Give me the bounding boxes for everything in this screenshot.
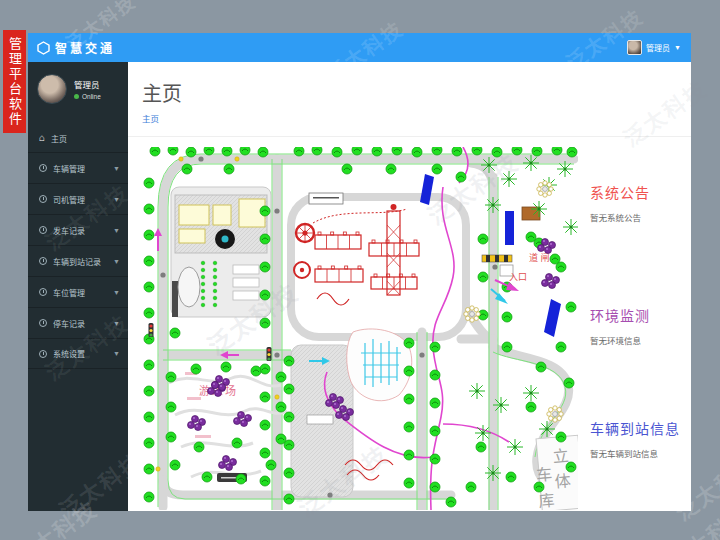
sidebar-item-arrival-records[interactable]: 车辆到站记录 ▼ [28,245,128,276]
label-gate: 道 闸 [529,252,550,263]
sidebar-user-name: 管理员 [74,78,101,90]
panel-empty-text: 暂无环境信息 [590,334,690,346]
panel-empty-text: 暂无车辆到站信息 [590,447,690,459]
breadcrumb[interactable]: 主页 [142,112,159,124]
chevron-down-icon: ▼ [113,320,120,327]
campus-map-svg: 立体车库 游乐场 入口 道 闸 [141,147,578,510]
sidebar-user-status: Online [74,93,101,100]
sidebar-item-parking-records[interactable]: 停车记录 ▼ [28,307,128,338]
panel-title: 系统公告 [590,182,690,202]
divider [128,136,691,137]
gauge-icon [39,288,47,296]
online-label: Online [82,93,101,100]
chevron-down-icon: ▼ [113,165,120,172]
panel-title: 环境监测 [590,305,690,325]
garage-sign: 立体车库 [533,435,578,510]
hexagon-logo-icon [37,41,50,55]
gauge-icon [39,195,47,203]
chevron-down-icon: ▼ [113,227,120,234]
sidebar-menu: ⌂ 主页 车辆管理 ▼ 司机管理 ▼ 发车记录 ▼ 车辆到站记录 ▼ [28,124,128,369]
plaza-block [291,345,353,497]
label-entrance: 入口 [509,272,527,282]
chevron-down-icon: ▼ [674,44,681,51]
brand: 智慧交通 [28,39,115,56]
chevron-down-icon: ▼ [113,289,120,296]
sidebar-avatar [37,74,67,104]
svg-text:车: 车 [535,466,552,484]
panel-system-announcement: 系统公告 暂无系统公告 [590,182,690,223]
panel-empty-text: 暂无系统公告 [590,211,690,223]
chevron-down-icon: ▼ [113,350,120,357]
chevron-down-icon: ▼ [113,196,120,203]
panel-title: 车辆到站信息 [590,418,690,438]
svg-text:体: 体 [554,472,571,490]
chevron-down-icon: ▼ [113,258,120,265]
navbar-avatar [627,40,642,55]
sidebar-item-vehicle-mgmt[interactable]: 车辆管理 ▼ [28,152,128,183]
mini-signs [309,193,343,204]
navbar-user-name: 管理员 [646,42,670,53]
campus-map: 立体车库 游乐场 入口 道 闸 [141,147,578,510]
app-window: 智慧交通 管理员 ▼ 管理员 Online ⌂ 主页 [28,33,691,511]
gauge-icon [39,257,47,265]
brand-title: 智慧交通 [55,39,115,56]
svg-text:立: 立 [552,447,569,465]
gauge-icon [39,164,47,172]
sidebar-item-home[interactable]: ⌂ 主页 [28,124,128,152]
navbar-user-menu[interactable]: 管理员 ▼ [627,40,691,55]
main-content: 主页 主页 [128,62,691,511]
sidebar-item-departure-records[interactable]: 发车记录 ▼ [28,214,128,245]
top-navbar: 智慧交通 管理员 ▼ [28,33,691,62]
home-icon: ⌂ [39,133,45,143]
panel-vehicle-arrival-info: 车辆到站信息 暂无车辆到站信息 [590,418,690,459]
gauge-icon [39,226,47,234]
page-title: 主页 [142,78,182,107]
sidebar-item-parking-space-mgmt[interactable]: 车位管理 ▼ [28,276,128,307]
svg-text:库: 库 [538,492,555,510]
online-dot-icon [74,94,79,99]
gauge-icon [39,319,47,327]
panel-environment-monitor: 环境监测 暂无环境信息 [590,305,690,346]
sidebar-item-system-settings[interactable]: 系统设置 ▼ [28,338,128,369]
sidebar-user-panel: 管理员 Online [28,62,128,118]
water-sketch [347,329,412,401]
sidebar-item-driver-mgmt[interactable]: 司机管理 ▼ [28,183,128,214]
building-block [171,187,271,317]
vertical-ribbon-title: 管理平台软件 [3,30,26,133]
sidebar: 管理员 Online ⌂ 主页 车辆管理 ▼ 司机管理 ▼ [28,62,128,511]
gauge-icon [39,350,47,358]
